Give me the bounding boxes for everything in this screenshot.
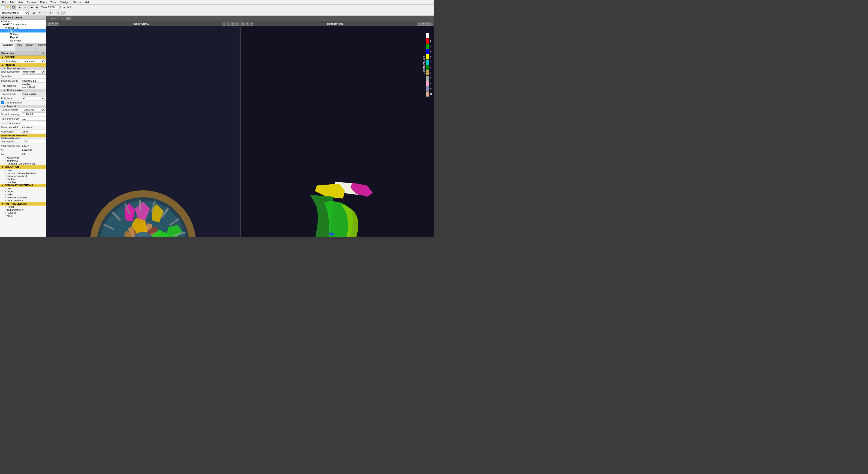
representation-dropdown[interactable]: Representation <box>1 10 29 15</box>
props-close-btn[interactable]: ✕ <box>42 52 44 55</box>
bc-expand[interactable]: ▼ <box>1 184 4 187</box>
time-mgmt-label: Time management <box>7 67 26 70</box>
convergence-item[interactable]: + Convergence check <box>0 175 46 178</box>
layout-tab-1[interactable]: Layout #1 ✕ <box>47 16 66 20</box>
rep-btn3[interactable]: ○ <box>43 11 47 15</box>
menu-sources[interactable]: Sources <box>26 1 37 4</box>
speedline-pts-input[interactable] <box>22 79 46 82</box>
transonic-header[interactable]: ▼ Transonic <box>0 105 46 108</box>
vp2-scene[interactable]: ComponentColors 0 1 <box>241 26 434 237</box>
tree-settings[interactable]: Settings <box>0 33 46 36</box>
layout-tab-close[interactable]: ✕ <box>62 17 63 20</box>
rep-btn2[interactable]: ✕ <box>37 11 42 15</box>
init-cond-item[interactable]: + Initial conditions <box>0 199 46 202</box>
walls-item[interactable]: + Walls <box>0 193 46 196</box>
vp2-btn3[interactable]: 🔍 <box>250 22 253 26</box>
vp1-split-h[interactable]: ⊟ <box>227 22 230 26</box>
redo-btn[interactable]: ↪ <box>23 5 27 9</box>
tree-residuals[interactable]: Residuals <box>0 42 46 43</box>
tab-information[interactable]: Information <box>36 43 46 51</box>
interface-item[interactable]: + Interface conditions <box>0 196 46 199</box>
play-btn[interactable]: ▶ <box>30 5 34 9</box>
rep-btn6[interactable]: ⟳ <box>61 11 66 15</box>
vp2-split-h[interactable]: ⊟ <box>421 22 425 26</box>
a-inf-label: A∞ <box>1 148 22 151</box>
undo-btn[interactable]: ↩ <box>18 5 22 9</box>
sim-type-select[interactable]: compressor <box>22 59 45 63</box>
molar-input[interactable] <box>22 130 46 133</box>
vp1-split-v[interactable]: ⊞ <box>231 22 235 26</box>
ref-density-input[interactable] <box>22 117 46 121</box>
fluid-defaults-check[interactable] <box>1 101 4 104</box>
vp2-close[interactable]: ● <box>429 22 433 26</box>
tree-report[interactable]: Report <box>0 36 46 39</box>
vp1-btn2[interactable]: ↺ <box>51 22 55 26</box>
menu-edit[interactable]: Edit <box>9 1 15 4</box>
menu-filters[interactable]: Filters <box>39 1 48 4</box>
vp1-btn3[interactable]: 🔍 <box>55 22 59 26</box>
menu-catalyst[interactable]: Catalyst <box>59 1 70 4</box>
legend-row-5: 5 <box>426 60 432 65</box>
menu-tools[interactable]: Tools <box>50 1 57 4</box>
inlet-item[interactable]: + Inlet <box>0 187 46 190</box>
tab-properties[interactable]: Properties <box>0 43 15 51</box>
properties-section: Properties View Display Information Mult… <box>0 43 46 237</box>
ref-press-input[interactable] <box>22 121 46 125</box>
scripting-item[interactable]: + Scripting <box>0 181 46 184</box>
vp2-split-v[interactable]: ⊞ <box>425 22 429 26</box>
time-mgmt-header[interactable]: ▼ Time management <box>0 67 46 70</box>
report-item[interactable]: + Report <box>0 206 46 208</box>
heat-ratio-row: Heat capacity ratio 1.3975 <box>0 144 46 148</box>
open-btn[interactable]: 📂 <box>6 5 10 9</box>
rep-btn5[interactable]: ⟲ <box>56 11 60 15</box>
tree-hecc[interactable]: ▶ HECC-stage-story <box>0 23 46 26</box>
rot-ref-item[interactable]: + Rotational reference frames <box>0 162 46 165</box>
tab-display[interactable]: Display <box>24 43 36 51</box>
vp1-btn1[interactable]: ⊞ <box>47 22 51 26</box>
time-mgmt-select[interactable]: steady state <box>22 70 45 74</box>
time-input[interactable] <box>48 5 60 9</box>
rep-btn1[interactable]: ⊞ <box>32 11 36 15</box>
samples-item[interactable]: + Samples <box>0 211 46 214</box>
vp2-btn1[interactable]: ⊞ <box>242 22 245 26</box>
menu-macros[interactable]: Macros <box>72 1 82 4</box>
runtime-item[interactable]: + Run time evaluated quantities <box>0 172 46 175</box>
new-btn[interactable]: 📄 <box>1 5 5 9</box>
physics-expand[interactable]: ▼ <box>1 64 4 66</box>
vp2-btn2[interactable]: ↺ <box>246 22 249 26</box>
fluid-props-header[interactable]: ▼ Fluid properties <box>0 89 46 92</box>
turbomach-item[interactable]: + Turbomachinery <box>0 208 46 211</box>
heat-cap-input[interactable] <box>22 140 46 143</box>
speedlines-input[interactable] <box>22 74 46 78</box>
menu-view[interactable]: View <box>17 1 24 4</box>
rep-btn4[interactable]: ● <box>48 11 53 15</box>
turbulence-item[interactable]: + Turbulence <box>0 159 46 162</box>
vp2-maximize[interactable]: □ <box>417 22 421 26</box>
tree-tmesh[interactable]: ▶ TMESH1 <box>0 26 46 29</box>
eos-select[interactable]: Perfect gas <box>22 108 45 112</box>
postproc-expand[interactable]: ▼ <box>1 203 4 205</box>
multiphysics-item[interactable]: + Multiphysics <box>0 156 46 159</box>
tree-builtin[interactable]: ▶ builtin: <box>0 20 46 23</box>
stop-btn[interactable]: ■ <box>35 5 39 9</box>
solver-item[interactable]: + Solver <box>0 169 46 172</box>
vp1-maximize[interactable]: □ <box>222 22 226 26</box>
dyn-visc-input[interactable] <box>22 112 46 116</box>
sim-expand[interactable]: ▼ <box>1 166 4 168</box>
controls-item[interactable]: + Controls <box>0 178 46 181</box>
menu-file[interactable]: File <box>1 1 7 4</box>
outlet-item[interactable]: + Outlet <box>0 190 46 193</box>
vp1-scene[interactable] <box>46 26 240 237</box>
save-btn[interactable]: 💾 <box>11 5 16 9</box>
menu-help[interactable]: Help <box>84 1 91 4</box>
vp1-close[interactable]: ● <box>235 22 239 26</box>
layout-tab-add[interactable]: + <box>66 16 71 20</box>
tree-tcfd[interactable]: ● TCFD1 <box>0 29 46 33</box>
misc-item[interactable]: + Misc <box>0 214 46 217</box>
tree-quantities[interactable]: Quantities <box>0 39 46 42</box>
general-expand[interactable]: ▼ <box>1 56 4 59</box>
fluid-name-select[interactable]: air <box>22 97 45 100</box>
tab-view[interactable]: View <box>15 43 24 51</box>
viewport-2: ⊞ ↺ 🔍 RenderView2 □ ⊟ ⊞ ● <box>241 21 434 237</box>
inlet-label: Inlet <box>7 187 11 190</box>
